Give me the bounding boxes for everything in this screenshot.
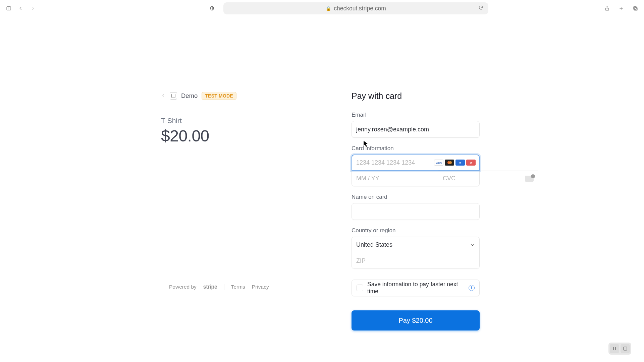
stripe-logo: stripe bbox=[203, 284, 217, 290]
card-brand-icon-3: ≋ bbox=[455, 160, 465, 166]
footer-divider bbox=[224, 284, 224, 290]
chevron-down-icon bbox=[470, 243, 475, 247]
card-info-label: Card information bbox=[352, 145, 480, 152]
merchant-back-icon[interactable] bbox=[161, 93, 166, 99]
back-icon[interactable] bbox=[16, 4, 25, 13]
tabs-overview-icon[interactable] bbox=[631, 4, 640, 13]
sidebar-toggle-icon[interactable] bbox=[4, 4, 13, 13]
url-bar[interactable]: 🔒 checkout.stripe.com bbox=[223, 2, 488, 14]
card-expiry-field[interactable] bbox=[352, 171, 438, 186]
expand-icon[interactable] bbox=[621, 344, 630, 353]
new-tab-icon[interactable] bbox=[616, 4, 626, 13]
card-input-group: VISA ≋ U bbox=[352, 155, 480, 186]
svg-rect-8 bbox=[615, 347, 616, 350]
svg-rect-0 bbox=[7, 7, 11, 10]
merchant-icon bbox=[170, 92, 177, 100]
privacy-shield-icon[interactable] bbox=[207, 4, 217, 13]
url-text: checkout.stripe.com bbox=[334, 5, 386, 12]
cvc-icon bbox=[525, 176, 534, 182]
privacy-link[interactable]: Privacy bbox=[252, 284, 269, 290]
merchant-header: Demo TEST MODE bbox=[161, 92, 302, 100]
checkout-footer: Powered by stripe Terms Privacy bbox=[169, 284, 269, 290]
card-number-field[interactable] bbox=[356, 159, 434, 166]
mastercard-icon bbox=[445, 160, 454, 166]
country-value: United States bbox=[356, 241, 392, 248]
pay-button[interactable]: Pay $20.00 bbox=[352, 310, 480, 330]
test-mode-badge: TEST MODE bbox=[202, 92, 236, 100]
save-info-row[interactable]: Save information to pay faster next time… bbox=[352, 280, 480, 296]
line-item-price: $20.00 bbox=[161, 127, 302, 145]
card-cvc-field[interactable] bbox=[438, 171, 525, 186]
svg-rect-7 bbox=[613, 347, 614, 350]
visa-icon: VISA bbox=[434, 160, 443, 166]
reload-icon[interactable] bbox=[478, 5, 484, 12]
country-label: Country or region bbox=[352, 227, 480, 234]
media-controls bbox=[608, 343, 631, 355]
lock-icon: 🔒 bbox=[326, 6, 331, 11]
form-heading: Pay with card bbox=[352, 91, 480, 101]
merchant-name: Demo bbox=[181, 92, 198, 100]
line-item-name: T-Shirt bbox=[161, 117, 302, 125]
region-input-group: United States bbox=[352, 237, 480, 269]
pause-icon[interactable] bbox=[610, 344, 619, 353]
terms-link[interactable]: Terms bbox=[231, 284, 245, 290]
email-label: Email bbox=[352, 112, 480, 118]
email-field[interactable] bbox=[352, 121, 480, 138]
country-select[interactable]: United States bbox=[352, 237, 479, 253]
svg-rect-6 bbox=[634, 7, 637, 10]
save-info-checkbox[interactable] bbox=[357, 285, 363, 291]
info-icon[interactable]: i bbox=[469, 285, 475, 291]
powered-by-label: Powered by bbox=[169, 284, 197, 290]
svg-rect-9 bbox=[624, 347, 627, 350]
cardholder-name-field[interactable] bbox=[352, 203, 480, 220]
share-icon[interactable] bbox=[602, 4, 612, 13]
browser-toolbar: 🔒 checkout.stripe.com bbox=[0, 0, 644, 17]
card-brand-icon-4: U bbox=[466, 160, 476, 166]
zip-field[interactable] bbox=[352, 253, 479, 268]
save-info-label: Save information to pay faster next time bbox=[367, 281, 465, 295]
card-brand-icons: VISA ≋ U bbox=[434, 160, 476, 166]
forward-icon bbox=[28, 4, 38, 13]
svg-rect-5 bbox=[634, 7, 637, 10]
cardholder-name-label: Name on card bbox=[352, 194, 480, 200]
